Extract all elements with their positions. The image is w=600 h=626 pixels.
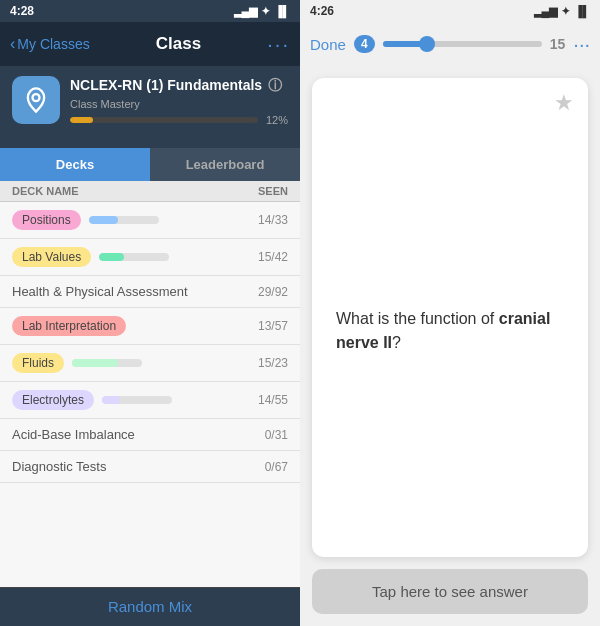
mastery-label: Class Mastery xyxy=(70,98,288,110)
status-icons-left: ▂▄▆ ✦ ▐▌ xyxy=(234,5,290,18)
quiz-nav-bar: Done 4 15 ··· xyxy=(300,22,600,66)
list-item[interactable]: Lab Values 15/42 xyxy=(0,239,300,276)
class-text: NCLEX-RN (1) Fundamentals ⓘ Class Master… xyxy=(70,76,288,126)
deck-left: Electrolytes xyxy=(12,390,252,410)
status-icons-right: ▂▄▆ ✦ ▐▌ xyxy=(534,5,590,18)
list-item[interactable]: Fluids 15/23 xyxy=(0,345,300,382)
signal-icon: ▂▄▆ xyxy=(234,5,258,18)
flashcard-question: What is the function of cranial nerve II… xyxy=(326,116,574,545)
quiz-more-options-button[interactable]: ··· xyxy=(573,33,590,56)
deck-left: Lab Interpretation xyxy=(12,316,252,336)
left-panel: 4:28 ▂▄▆ ✦ ▐▌ ‹ My Classes Class ··· xyxy=(0,0,300,626)
deck-list-header: Deck Name Seen xyxy=(0,181,300,202)
list-item[interactable]: Acid-Base Imbalance 0/31 xyxy=(0,419,300,451)
list-item[interactable]: Lab Interpretation 13/57 xyxy=(0,308,300,345)
deck-left: Diagnostic Tests xyxy=(12,459,252,474)
flashcard[interactable]: ★ What is the function of cranial nerve … xyxy=(312,78,588,557)
deck-left: Fluids xyxy=(12,353,252,373)
deck-left: Lab Values xyxy=(12,247,252,267)
question-text: What is the function of cranial nerve II… xyxy=(336,307,564,355)
deck-progress-bar xyxy=(102,396,172,404)
wifi-icon-right: ✦ xyxy=(561,5,570,18)
time-right: 4:26 xyxy=(310,4,334,18)
tab-leaderboard[interactable]: Leaderboard xyxy=(150,148,300,181)
class-header: NCLEX-RN (1) Fundamentals ⓘ Class Master… xyxy=(0,66,300,148)
bottom-bar: Random Mix xyxy=(0,587,300,626)
deck-list: Positions 14/33 Lab Values 15/42 Health … xyxy=(0,202,300,587)
list-item[interactable]: Health & Physical Assessment 29/92 xyxy=(0,276,300,308)
progress-total: 15 xyxy=(550,36,566,52)
deck-count: 0/31 xyxy=(252,428,288,442)
deck-seen-col-header: Seen xyxy=(258,185,288,197)
mastery-bar-container: 12% xyxy=(70,114,288,126)
nav-bar-left: ‹ My Classes Class ··· xyxy=(0,22,300,66)
deck-count: 14/55 xyxy=(252,393,288,407)
battery-icon-right: ▐▌ xyxy=(574,5,590,17)
deck-progress-fill xyxy=(89,216,118,224)
deck-pill: Lab Interpretation xyxy=(12,316,126,336)
deck-pill: Electrolytes xyxy=(12,390,94,410)
done-button[interactable]: Done xyxy=(310,36,346,53)
deck-left: Health & Physical Assessment xyxy=(12,284,252,299)
status-bar-left: 4:28 ▂▄▆ ✦ ▐▌ xyxy=(0,0,300,22)
more-options-button[interactable]: ··· xyxy=(267,33,290,56)
deck-progress-bar xyxy=(89,216,159,224)
deck-pill: Fluids xyxy=(12,353,64,373)
tabs-row: Decks Leaderboard xyxy=(0,148,300,181)
battery-icon: ▐▌ xyxy=(274,5,290,17)
deck-name: Diagnostic Tests xyxy=(12,459,106,474)
class-info-row: NCLEX-RN (1) Fundamentals ⓘ Class Master… xyxy=(12,76,288,126)
deck-count: 13/57 xyxy=(252,319,288,333)
progress-fill xyxy=(383,41,423,47)
tab-decks[interactable]: Decks xyxy=(0,148,150,181)
random-mix-button[interactable]: Random Mix xyxy=(108,598,192,615)
deck-count: 0/67 xyxy=(252,460,288,474)
list-item[interactable]: Positions 14/33 xyxy=(0,202,300,239)
deck-count: 29/92 xyxy=(252,285,288,299)
progress-track[interactable] xyxy=(383,41,542,47)
list-item[interactable]: Diagnostic Tests 0/67 xyxy=(0,451,300,483)
deck-progress-fill xyxy=(102,396,120,404)
wifi-icon: ✦ xyxy=(261,5,270,18)
deck-progress-fill xyxy=(72,359,118,367)
signal-icon-right: ▂▄▆ xyxy=(534,5,558,18)
right-panel: 4:26 ▂▄▆ ✦ ▐▌ Done 4 15 ··· ★ What is th… xyxy=(300,0,600,626)
deck-count: 15/23 xyxy=(252,356,288,370)
progress-current: 4 xyxy=(354,35,375,53)
deck-progress-fill xyxy=(99,253,124,261)
deck-count: 14/33 xyxy=(252,213,288,227)
deck-name-col-header: Deck Name xyxy=(12,185,79,197)
deck-left: Positions xyxy=(12,210,252,230)
back-button[interactable]: ‹ My Classes xyxy=(10,35,90,53)
deck-progress-bar xyxy=(99,253,169,261)
progress-area: 4 15 xyxy=(354,35,565,53)
list-item[interactable]: Electrolytes 14/55 xyxy=(0,382,300,419)
nav-title: Class xyxy=(156,34,201,54)
mastery-percent: 12% xyxy=(266,114,288,126)
card-area: ★ What is the function of cranial nerve … xyxy=(300,66,600,626)
back-label: My Classes xyxy=(17,36,89,52)
progress-knob xyxy=(419,36,435,52)
mastery-fill xyxy=(70,117,93,123)
deck-progress-bar xyxy=(72,359,142,367)
class-name: NCLEX-RN (1) Fundamentals ⓘ xyxy=(70,76,288,94)
chevron-left-icon: ‹ xyxy=(10,35,15,53)
mastery-bar xyxy=(70,117,258,123)
deck-name: Health & Physical Assessment xyxy=(12,284,188,299)
answer-button[interactable]: Tap here to see answer xyxy=(312,569,588,614)
class-icon xyxy=(12,76,60,124)
status-bar-right: 4:26 ▂▄▆ ✦ ▐▌ xyxy=(300,0,600,22)
star-icon[interactable]: ★ xyxy=(554,90,574,116)
deck-left: Acid-Base Imbalance xyxy=(12,427,252,442)
time-left: 4:28 xyxy=(10,4,34,18)
info-icon[interactable]: ⓘ xyxy=(268,76,282,94)
deck-pill: Lab Values xyxy=(12,247,91,267)
deck-count: 15/42 xyxy=(252,250,288,264)
deck-name: Acid-Base Imbalance xyxy=(12,427,135,442)
svg-point-0 xyxy=(33,94,40,101)
deck-pill: Positions xyxy=(12,210,81,230)
